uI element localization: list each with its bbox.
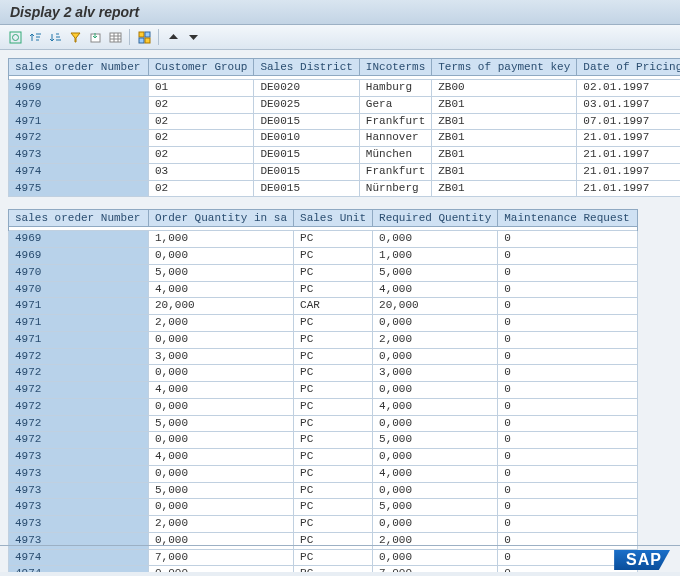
cell[interactable]: 0,000 <box>149 331 294 348</box>
cell[interactable]: 0 <box>498 499 638 516</box>
cell[interactable]: 2,000 <box>149 315 294 332</box>
cell[interactable]: 4972 <box>9 432 149 449</box>
cell[interactable]: 4,000 <box>373 281 498 298</box>
cell[interactable]: 4972 <box>9 382 149 399</box>
table-row[interactable]: 49724,000PC0,0000 <box>9 382 638 399</box>
cell[interactable]: 0,000 <box>373 516 498 533</box>
alv-table-1[interactable]: sales oreder NumberCustomer GroupSales D… <box>8 58 680 197</box>
cell[interactable]: 4972 <box>9 398 149 415</box>
cell[interactable]: 0 <box>498 231 638 248</box>
cell[interactable]: 4969 <box>9 248 149 265</box>
cell[interactable]: 0 <box>498 248 638 265</box>
cell[interactable]: PC <box>294 432 373 449</box>
cell[interactable]: 4972 <box>9 130 149 147</box>
table-row[interactable]: 49704,000PC4,0000 <box>9 281 638 298</box>
cell[interactable]: 03 <box>149 163 254 180</box>
cell[interactable]: 4970 <box>9 96 149 113</box>
cell[interactable]: DE0015 <box>254 147 359 164</box>
cell[interactable]: PC <box>294 499 373 516</box>
table-row[interactable]: 497102DE0015FrankfurtZB0107.01.1997 <box>9 113 681 130</box>
cell[interactable]: 4972 <box>9 348 149 365</box>
table-row[interactable]: 497202DE0010HannoverZB0121.01.1997 <box>9 130 681 147</box>
cell[interactable]: 0,000 <box>373 549 498 566</box>
cell[interactable]: 0 <box>498 532 638 549</box>
cell[interactable]: ZB01 <box>432 130 577 147</box>
expand-icon[interactable] <box>184 28 202 46</box>
cell[interactable]: 02 <box>149 147 254 164</box>
cell[interactable]: DE0015 <box>254 180 359 197</box>
cell[interactable]: 2,000 <box>373 532 498 549</box>
cell[interactable]: 3,000 <box>149 348 294 365</box>
cell[interactable]: Frankfurt <box>359 113 431 130</box>
cell[interactable]: Hannover <box>359 130 431 147</box>
cell[interactable]: 5,000 <box>373 499 498 516</box>
cell[interactable]: 0,000 <box>373 348 498 365</box>
cell[interactable]: 4974 <box>9 566 149 572</box>
column-header[interactable]: Maintenance Request <box>498 210 638 227</box>
table-row[interactable]: 49732,000PC0,0000 <box>9 516 638 533</box>
column-header[interactable]: Required Quentity <box>373 210 498 227</box>
cell[interactable]: 0,000 <box>373 482 498 499</box>
cell[interactable]: 0,000 <box>373 315 498 332</box>
cell[interactable]: 0,000 <box>149 566 294 572</box>
cell[interactable]: PC <box>294 532 373 549</box>
table-row[interactable]: 49734,000PC0,0000 <box>9 449 638 466</box>
cell[interactable]: 4973 <box>9 465 149 482</box>
cell[interactable]: 7,000 <box>149 549 294 566</box>
table-row[interactable]: 49723,000PC0,0000 <box>9 348 638 365</box>
sort-asc-icon[interactable] <box>26 28 44 46</box>
table-row[interactable]: 49735,000PC0,0000 <box>9 482 638 499</box>
column-header[interactable]: sales oreder Number <box>9 210 149 227</box>
cell[interactable]: 4974 <box>9 163 149 180</box>
cell[interactable]: 21.01.1997 <box>577 163 680 180</box>
cell[interactable]: 0,000 <box>149 532 294 549</box>
table-row[interactable]: 49720,000PC4,0000 <box>9 398 638 415</box>
cell[interactable]: DE0010 <box>254 130 359 147</box>
cell[interactable]: ZB00 <box>432 80 577 97</box>
cell[interactable]: PC <box>294 348 373 365</box>
table-row[interactable]: 49730,000PC2,0000 <box>9 532 638 549</box>
cell[interactable]: PC <box>294 516 373 533</box>
table-row[interactable]: 49705,000PC5,0000 <box>9 264 638 281</box>
filter-icon[interactable] <box>66 28 84 46</box>
table-row[interactable]: 49691,000PC0,0000 <box>9 231 638 248</box>
cell[interactable]: 0,000 <box>373 415 498 432</box>
column-header[interactable]: INcoterms <box>359 59 431 76</box>
cell[interactable]: 4,000 <box>149 449 294 466</box>
cell[interactable]: PC <box>294 415 373 432</box>
cell[interactable]: ZB01 <box>432 96 577 113</box>
layout-icon[interactable] <box>135 28 153 46</box>
cell[interactable]: 0 <box>498 382 638 399</box>
column-header[interactable]: Date of Pricing & ex <box>577 59 680 76</box>
cell[interactable]: 5,000 <box>149 482 294 499</box>
cell[interactable]: 02 <box>149 96 254 113</box>
table-row[interactable]: 49740,000PC7,0000 <box>9 566 638 572</box>
table-row[interactable]: 497302DE0015MünchenZB0121.01.1997 <box>9 147 681 164</box>
cell[interactable]: 4970 <box>9 281 149 298</box>
cell[interactable]: 0 <box>498 516 638 533</box>
cell[interactable]: PC <box>294 449 373 466</box>
cell[interactable]: DE0015 <box>254 113 359 130</box>
cell[interactable]: 4969 <box>9 231 149 248</box>
table-row[interactable]: 49710,000PC2,0000 <box>9 331 638 348</box>
cell[interactable]: PC <box>294 248 373 265</box>
cell[interactable]: ZB01 <box>432 113 577 130</box>
cell[interactable]: PC <box>294 331 373 348</box>
cell[interactable]: 4974 <box>9 549 149 566</box>
cell[interactable]: PC <box>294 566 373 572</box>
table-row[interactable]: 49730,000PC5,0000 <box>9 499 638 516</box>
cell[interactable]: 0,000 <box>149 365 294 382</box>
cell[interactable]: 4972 <box>9 415 149 432</box>
cell[interactable]: 21.01.1997 <box>577 130 680 147</box>
cell[interactable]: 1,000 <box>373 248 498 265</box>
cell[interactable]: 0 <box>498 482 638 499</box>
collapse-icon[interactable] <box>164 28 182 46</box>
cell[interactable]: PC <box>294 549 373 566</box>
cell[interactable]: 5,000 <box>373 432 498 449</box>
cell[interactable]: 5,000 <box>149 264 294 281</box>
column-header[interactable]: Sales Unit <box>294 210 373 227</box>
sort-desc-icon[interactable] <box>46 28 64 46</box>
cell[interactable]: 4970 <box>9 264 149 281</box>
cell[interactable]: Gera <box>359 96 431 113</box>
cell[interactable]: Frankfurt <box>359 163 431 180</box>
